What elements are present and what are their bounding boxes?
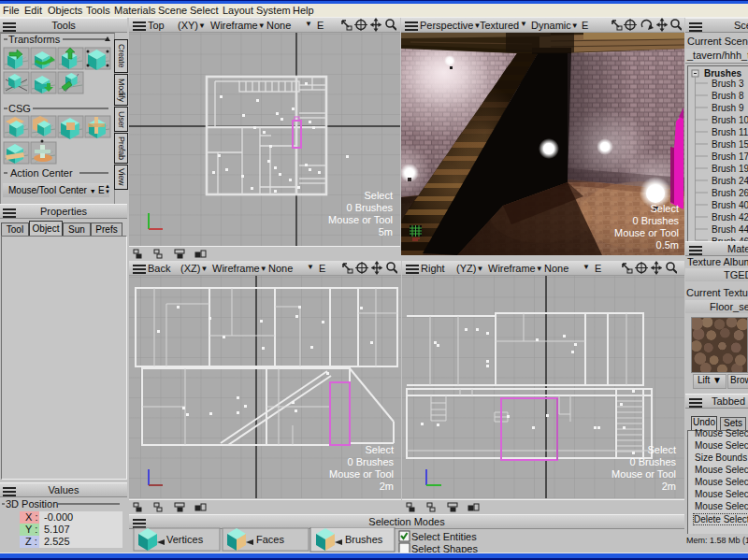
svg-text:Brush 10: Brush 10 [712, 115, 748, 125]
svg-text:CSG: CSG [8, 103, 31, 114]
svg-text:Vertices: Vertices [166, 534, 204, 545]
svg-text:Y :: Y : [25, 524, 37, 535]
svg-text:Mouse or Tool: Mouse or Tool [329, 468, 394, 480]
svg-text:Mouse or Tool: Mouse or Tool [614, 227, 679, 238]
svg-text:Brush 40: Brush 40 [712, 200, 748, 210]
svg-text:0 Brushes: 0 Brushes [347, 456, 394, 467]
svg-text:Select: Select [365, 444, 394, 455]
svg-text:0.5m: 0.5m [656, 239, 679, 251]
svg-text:Z :: Z : [25, 536, 37, 547]
svg-text:Brush 44: Brush 44 [712, 224, 748, 235]
svg-text:5.107: 5.107 [44, 524, 70, 535]
svg-text:Faces: Faces [256, 534, 284, 545]
svg-text:Select: Select [650, 203, 679, 214]
svg-text:5m: 5m [379, 226, 393, 237]
svg-text:Brush 26: Brush 26 [712, 188, 748, 198]
svg-text:Brush 24: Brush 24 [712, 176, 748, 186]
svg-text:Mouse or Tool: Mouse or Tool [328, 214, 393, 225]
svg-text:Brush 42: Brush 42 [712, 212, 748, 223]
svg-text:Brush 11: Brush 11 [712, 127, 748, 137]
svg-text:Brush 15: Brush 15 [712, 139, 748, 150]
svg-text:Select: Select [647, 444, 676, 455]
svg-text:Brush 19: Brush 19 [712, 164, 748, 174]
svg-text:Brushes: Brushes [704, 68, 741, 79]
svg-text:2.525: 2.525 [44, 536, 70, 547]
svg-text:2m: 2m [662, 481, 676, 492]
svg-text:Brush 17: Brush 17 [712, 151, 748, 162]
svg-text:X :: X : [25, 511, 37, 523]
svg-text:Mouse or Tool: Mouse or Tool [611, 468, 676, 480]
svg-text:Select Entities: Select Entities [411, 531, 477, 542]
svg-text:2m: 2m [380, 481, 394, 492]
svg-text:-0.000: -0.000 [44, 511, 73, 523]
svg-text:0 Brushes: 0 Brushes [629, 456, 676, 467]
svg-text:0 Brushes: 0 Brushes [346, 202, 393, 213]
svg-text:3D Position: 3D Position [6, 498, 58, 510]
svg-text:Brush 3: Brush 3 [712, 79, 744, 89]
svg-text:Brush 8: Brush 8 [712, 91, 744, 101]
svg-text:Transforms: Transforms [8, 34, 61, 45]
svg-text:0 Brushes: 0 Brushes [632, 215, 679, 226]
svg-text:Brushes: Brushes [345, 534, 383, 545]
svg-text:Action Center: Action Center [10, 167, 73, 179]
svg-text:Brush 9: Brush 9 [712, 103, 744, 113]
svg-text:Select: Select [364, 190, 393, 201]
